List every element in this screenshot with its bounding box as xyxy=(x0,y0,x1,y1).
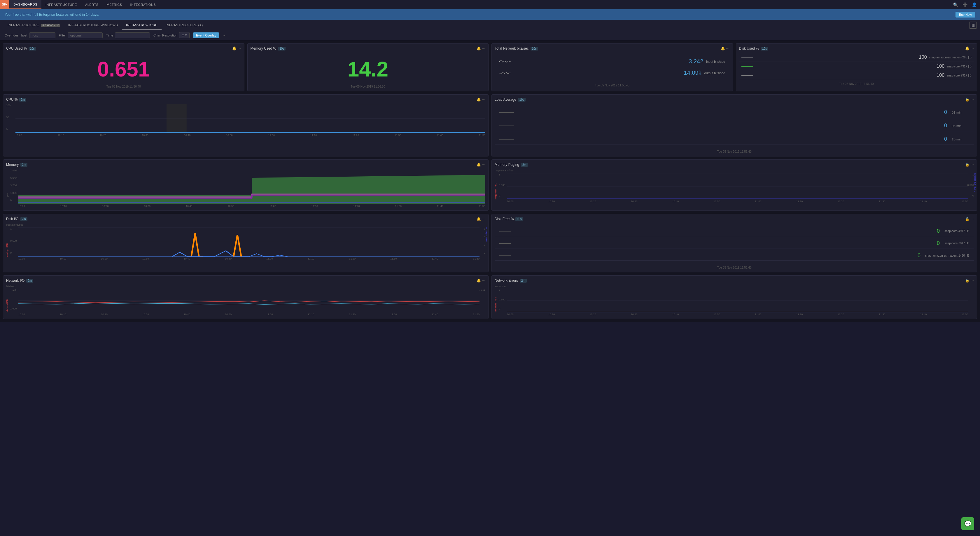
disk-free-interval: 10s xyxy=(515,217,523,221)
buy-now-button[interactable]: Buy Now xyxy=(956,12,975,18)
diskio-yr-4: 4 xyxy=(484,235,485,238)
user-icon[interactable]: 👤 xyxy=(970,1,978,8)
memory-chart-icons[interactable]: 🔔 ⋯ xyxy=(477,163,485,167)
filter-input[interactable] xyxy=(68,32,103,38)
paging-y-05: 0.500 xyxy=(499,183,506,187)
network-io-icons[interactable]: 🔔 ⋯ xyxy=(477,279,485,282)
diskio-side-left-label: read ops: RED xyxy=(6,227,8,257)
paging-side-right-label: swapped out - BLUE xyxy=(974,173,976,199)
panel-toggle-icon[interactable]: ▥ xyxy=(969,22,977,29)
load-label-01: 01-min xyxy=(952,111,969,114)
more-options-icon[interactable]: ⋯ xyxy=(223,33,227,38)
overrides-label: Overrides: xyxy=(5,34,19,37)
cpu-chart-header: CPU % 2m 🔔 ⋯ xyxy=(6,97,485,102)
load-row-15: 0 15-min xyxy=(495,134,974,145)
disk-io-icons[interactable]: 🔔 ⋯ xyxy=(477,217,485,221)
network-io-interval: 2m xyxy=(26,279,33,282)
load-average-header: Load Average 10s 🔒 ⋯ xyxy=(495,97,974,102)
tab-infrastructure-a[interactable]: INFRASTRUCTURE (A) xyxy=(162,21,207,29)
memory-y-186: 1.86G xyxy=(10,191,18,195)
diskio-y-1: 1 xyxy=(10,227,17,230)
memory-y-373: 3.73G xyxy=(10,184,18,187)
host-input[interactable] xyxy=(29,32,56,38)
tab-badge: read-only xyxy=(41,24,60,27)
nav-infrastructure[interactable]: INFRASTRUCTURE xyxy=(41,0,81,9)
time-group: Time xyxy=(106,32,150,38)
memory-paging-header: Memory Paging 2m 🔒 ⋯ xyxy=(495,163,974,167)
memory-paging-title: Memory Paging xyxy=(495,163,519,167)
add-icon[interactable]: ➕ xyxy=(961,1,968,8)
load-rows: 0 01-min 0 05-min 0 15-min xyxy=(495,104,974,148)
chart-res-label: Chart Resolution xyxy=(153,34,177,37)
chart-res-control[interactable]: ⊞ ▾ xyxy=(179,32,189,38)
paging-yr-0: 0 xyxy=(967,194,974,197)
load-average-icons[interactable]: 🔒 ⋯ xyxy=(965,97,974,102)
load-average-timestamp: Tue 05 Nov 2019 11:56:40 xyxy=(495,150,974,153)
tab-infrastructure-active[interactable]: INFRASTRUCTURE xyxy=(122,21,162,29)
load-value-01: 0 xyxy=(944,109,947,115)
diskio-side-right-label: write ops: BLUE xyxy=(485,227,488,257)
disk-io-title: Disk I/O xyxy=(6,217,19,221)
disk-value-0: 100 xyxy=(919,54,927,60)
memory-chart-interval: 2m xyxy=(21,163,27,167)
memory-chart-header: Memory 2m 🔔 ⋯ xyxy=(6,163,485,167)
host-label: host xyxy=(21,34,27,37)
nav-integrations[interactable]: INTEGRATIONS xyxy=(126,0,160,9)
memory-paging-card: Memory Paging 2m 🔒 ⋯ page swaps/sec swap… xyxy=(492,160,977,211)
event-overlay-button[interactable]: Event Overlay xyxy=(193,32,219,38)
df-line-1 xyxy=(500,243,511,244)
cpu-used-icons[interactable]: 🔔 ⋯ xyxy=(232,46,241,51)
df-value-0: 0 xyxy=(937,228,940,234)
disk-label-0: snap-amazon-ssm-agent-295 | B xyxy=(929,56,972,59)
tab-infrastructure-windows[interactable]: INFRASTRUCTURE WINDOWS xyxy=(64,21,122,29)
search-icon[interactable]: 🔍 xyxy=(952,1,959,8)
neterr-y-0: 0 xyxy=(499,307,506,310)
disk-used-card: Disk Used % 10s 🔔 ⋯ 100 snap-amazon-ssm-… xyxy=(736,43,977,91)
neterr-side-left-label: soft errors - RED xyxy=(495,289,497,313)
load-average-card: Load Average 10s 🔒 ⋯ 0 01-min 0 05-min 0 xyxy=(492,94,977,156)
neterr-y-1: 1 xyxy=(499,289,506,292)
disk-used-interval: 10s xyxy=(760,47,768,51)
memory-used-card: Memory Used % 10s 🔔 ⋯ 14.2 Tue 05 Nov 20… xyxy=(247,43,489,91)
nav-alerts[interactable]: ALERTS xyxy=(81,0,103,9)
disk-used-timestamp: Tue 05 Nov 2019 11:56:40 xyxy=(739,82,974,86)
disk-free-title: Disk Free % xyxy=(495,217,514,221)
memory-paging-icons[interactable]: 🔒 ⋯ xyxy=(965,163,974,167)
neterr-y-05: 0.500 xyxy=(499,298,506,301)
total-network-icons[interactable]: 🔔 ⋯ xyxy=(721,46,729,51)
disk-used-icons[interactable]: 🔔 ⋯ xyxy=(965,46,974,51)
filter-group: Filter xyxy=(59,32,103,38)
disk-free-icons[interactable]: 🔒 ⋯ xyxy=(965,217,974,221)
total-network-timestamp: Tue 05 Nov 2019 11:56:40 xyxy=(495,84,730,87)
disk-label-2: snap-core-7917 | B xyxy=(947,74,972,77)
load-average-interval: 10s xyxy=(518,98,526,102)
network-errors-icons[interactable]: 🔒 ⋯ xyxy=(965,279,974,282)
nav-metrics[interactable]: METRICS xyxy=(102,0,126,9)
time-input[interactable] xyxy=(115,32,150,38)
netio-yr-488: 4.88k xyxy=(479,289,485,292)
load-average-title: Load Average xyxy=(495,97,516,102)
memory-side-label: bytes xyxy=(6,169,9,198)
tab-infrastructure[interactable]: Infrastructure read-only xyxy=(3,21,64,29)
memory-chart-svg xyxy=(18,169,485,204)
network-io-title: Network I/O xyxy=(6,279,24,282)
cpu-chart-interval: 2m xyxy=(19,98,26,102)
paging-side-left-label: swapped in - RED xyxy=(495,173,497,199)
filter-label: Filter xyxy=(59,34,66,37)
df-row-2: 0 snap-amazon-ssm-agent-1480 | B xyxy=(495,251,974,261)
diskio-y-05: 0.500 xyxy=(10,239,17,242)
nav-dashboards[interactable]: DASHBOARDS xyxy=(10,0,41,9)
cpu-used-timestamp: Tue 05 Nov 2019 11:56:40 xyxy=(6,85,241,88)
memory-chart-card: Memory 2m 🔔 ⋯ bytes 7.45G 5.59G 3.73G 1.… xyxy=(3,160,488,211)
memory-used-icons[interactable]: 🔔 ⋯ xyxy=(477,46,485,51)
load-label-05: 05-min xyxy=(952,124,969,128)
df-value-2: 0 xyxy=(918,252,921,258)
disk-io-subtitle: operations/sec xyxy=(6,223,485,226)
diskio-yr-0: 0 xyxy=(484,251,485,254)
cpu-chart-icons[interactable]: 🔔 ⋯ xyxy=(477,97,485,102)
memory-used-header: Memory Used % 10s 🔔 ⋯ xyxy=(251,46,485,51)
disk-used-rows: 100 snap-amazon-ssm-agent-295 | B 100 sn… xyxy=(739,53,974,80)
load-line-01 xyxy=(500,112,514,113)
trial-banner: Your free trial with full Enterprise fea… xyxy=(0,10,980,20)
paging-yr-1: 1 xyxy=(967,173,974,176)
